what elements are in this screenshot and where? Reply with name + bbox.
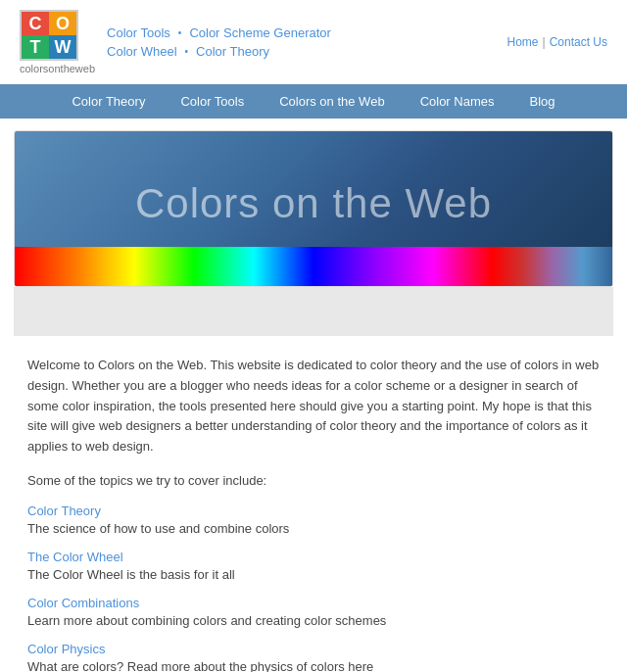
top-sep: |: [543, 35, 546, 49]
site-header: C O T W colorsontheweb Color Tools • Col…: [0, 0, 627, 84]
topic-color-theory-link[interactable]: Color Theory: [27, 504, 600, 518]
logo-area: C O T W colorsontheweb Color Tools • Col…: [20, 10, 331, 74]
topic-color-wheel-link[interactable]: The Color Wheel: [27, 550, 600, 564]
topic-color-combinations: Color Combinations Learn more about comb…: [27, 596, 600, 628]
nav-color-names[interactable]: Color Names: [403, 84, 512, 119]
nav-blog[interactable]: Blog: [511, 84, 572, 119]
color-wheel-link[interactable]: Color Wheel: [107, 44, 177, 59]
intro-paragraph: Welcome to Colors on the Web. This websi…: [27, 356, 600, 457]
header-link-row-1: Color Tools • Color Scheme Generator: [107, 25, 331, 40]
hero-title: Colors on the Web: [135, 180, 492, 227]
topic-color-theory: Color Theory The science of how to use a…: [27, 504, 600, 536]
logo-box[interactable]: C O T W: [20, 10, 78, 61]
color-theory-header-link[interactable]: Color Theory: [196, 44, 269, 59]
topic-color-physics-desc: What are colors? Read more about the phy…: [27, 659, 373, 672]
gray-spacer: [14, 287, 613, 336]
topic-color-combinations-desc: Learn more about combining colors and cr…: [27, 613, 386, 628]
logo-t: T: [22, 35, 49, 59]
logo-subtitle: colorsontheweb: [20, 63, 95, 74]
nav-colors-web[interactable]: Colors on the Web: [262, 84, 402, 119]
topic-color-combinations-link[interactable]: Color Combinations: [27, 596, 600, 610]
top-right-links: Home | Contact Us: [507, 35, 608, 49]
topic-color-physics-link[interactable]: Color Physics: [27, 642, 600, 656]
logo-o: O: [49, 12, 76, 35]
color-scheme-link[interactable]: Color Scheme Generator: [189, 25, 331, 40]
header-link-row-2: Color Wheel • Color Theory: [107, 44, 331, 59]
nav-color-theory[interactable]: Color Theory: [54, 84, 163, 119]
hero-banner: Colors on the Web: [14, 130, 613, 287]
topic-color-theory-desc: The science of how to use and combine co…: [27, 521, 289, 536]
topic-color-physics: Color Physics What are colors? Read more…: [27, 642, 600, 672]
topic-color-wheel: The Color Wheel The Color Wheel is the b…: [27, 550, 600, 582]
home-link[interactable]: Home: [507, 35, 539, 49]
logo-w: W: [49, 35, 76, 59]
main-content: Welcome to Colors on the Web. This websi…: [0, 336, 627, 672]
hero-spectrum: [15, 247, 612, 286]
nav-color-tools[interactable]: Color Tools: [163, 84, 262, 119]
bullet-2: •: [185, 46, 189, 57]
topics-intro: Some of the topics we try to cover inclu…: [27, 473, 600, 488]
topic-color-wheel-desc: The Color Wheel is the basis for it all: [27, 567, 235, 582]
contact-link[interactable]: Contact Us: [550, 35, 607, 49]
header-links: Color Tools • Color Scheme Generator Col…: [107, 25, 331, 59]
main-nav: Color Theory Color Tools Colors on the W…: [0, 84, 627, 119]
logo-c: C: [22, 12, 49, 35]
color-tools-link[interactable]: Color Tools: [107, 25, 170, 40]
bullet-1: •: [178, 27, 182, 38]
